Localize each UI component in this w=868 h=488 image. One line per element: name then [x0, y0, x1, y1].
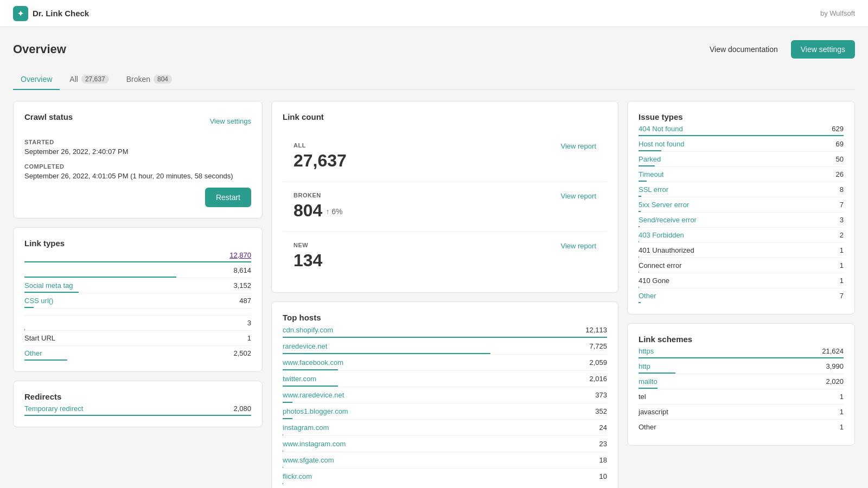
link-types-title: Link types [24, 239, 65, 248]
tab-broken[interactable]: Broken 804 [119, 69, 180, 90]
issue-name[interactable]: SSL error [639, 185, 668, 194]
scheme-count: 21,624 [822, 347, 844, 355]
link-type-row: 12,870 [24, 248, 251, 263]
host-count: 7,725 [589, 342, 607, 350]
scheme-row: tel 1 [639, 389, 844, 404]
issue-count: 7 [840, 292, 844, 300]
completed-label: COMPLETED [24, 163, 251, 170]
issue-name[interactable]: 404 Not found [639, 125, 683, 133]
link-count-title: Link count [283, 112, 607, 121]
view-settings-button[interactable]: View settings [791, 40, 855, 59]
issue-name[interactable]: Host not found [639, 140, 685, 148]
main-content: Overview View documentation View setting… [0, 27, 868, 488]
issue-name[interactable]: Parked [639, 155, 661, 163]
host-row: instagram.com 24 [283, 420, 607, 436]
issue-row: Timeout 26 [639, 167, 844, 182]
top-hosts-card: Top hosts cdn.shopify.com 12,113 raredev… [271, 301, 618, 488]
scheme-row: mailto 2,020 [639, 374, 844, 389]
tab-all-badge: 27,637 [81, 75, 109, 84]
new-view-report-link[interactable]: View report [560, 242, 596, 250]
issue-count: 1 [840, 246, 844, 254]
all-value: 27,637 [293, 151, 596, 171]
redirects-card: Redirects Temporary redirect 2,080 [13, 381, 263, 427]
scheme-name: tel [639, 393, 646, 401]
link-type-name[interactable]: CSS url() [24, 297, 53, 305]
scheme-name[interactable]: http [639, 362, 650, 370]
issue-count: 7 [840, 201, 844, 209]
host-name[interactable]: www.sfgate.com [283, 456, 334, 464]
scheme-row: javascript 1 [639, 404, 844, 420]
tabs: Overview All 27,637 Broken 804 [13, 69, 855, 90]
host-name[interactable]: photos1.blogger.com [283, 407, 348, 415]
all-view-report-link[interactable]: View report [560, 142, 596, 150]
host-count: 24 [599, 423, 607, 432]
host-name[interactable]: instagram.com [283, 423, 329, 432]
issue-name[interactable]: Other [639, 292, 656, 300]
issue-count: 8 [840, 185, 844, 194]
host-name[interactable]: twitter.com [283, 375, 316, 383]
scheme-count: 1 [840, 393, 844, 401]
issue-row: Host not found 69 [639, 137, 844, 152]
tab-overview[interactable]: Overview [13, 69, 60, 90]
link-type-name[interactable]: Other [24, 349, 42, 357]
link-types-list: 12,870 8,614 Social meta tag 3,152 CSS u… [24, 248, 251, 361]
scheme-count: 1 [840, 423, 844, 431]
tab-all[interactable]: All 27,637 [62, 69, 116, 90]
issue-name[interactable]: 5xx Server error [639, 201, 689, 209]
link-count-new-section: NEW View report 134 [283, 232, 607, 281]
scheme-row: Other 1 [639, 420, 844, 434]
broken-value: 804 [293, 201, 322, 221]
page-title-row: Overview View documentation View setting… [13, 40, 855, 59]
redirect-row: Temporary redirect 2,080 [24, 401, 251, 416]
crawl-view-settings-link[interactable]: View settings [210, 117, 251, 125]
host-row: www.sfgate.com 18 [283, 452, 607, 468]
link-type-count: 487 [239, 297, 251, 305]
host-name[interactable]: www.raredevice.net [283, 391, 344, 399]
issue-count: 1 [840, 277, 844, 285]
issue-name[interactable]: 403 Forbidden [639, 231, 684, 239]
issue-count: 1 [840, 261, 844, 269]
started-label: STARTED [24, 139, 251, 145]
link-type-count: 3 [247, 319, 251, 327]
broken-view-report-link[interactable]: View report [560, 192, 596, 200]
scheme-name[interactable]: https [639, 347, 654, 355]
issue-row: SSL error 8 [639, 182, 844, 197]
page-title: Overview [13, 42, 66, 56]
issue-name: Connect error [639, 261, 681, 269]
redirect-count: 2,080 [233, 404, 251, 413]
issue-row: Parked 50 [639, 152, 844, 167]
view-documentation-button[interactable]: View documentation [703, 41, 784, 58]
cards-grid: Crawl status View settings STARTED Septe… [13, 101, 855, 488]
left-column: Crawl status View settings STARTED Septe… [13, 101, 263, 427]
redirect-name[interactable]: Temporary redirect [24, 404, 83, 413]
host-name[interactable]: cdn.shopify.com [283, 326, 333, 334]
issue-row: 403 Forbidden 2 [639, 228, 844, 243]
issue-row: 410 Gone 1 [639, 273, 844, 288]
link-type-row: </span> <span data-name="link-type-count… [24, 309, 251, 316]
broken-row: 804 ↑ 6% [293, 201, 596, 222]
issue-count: 69 [836, 140, 844, 148]
scheme-count: 1 [840, 408, 844, 416]
logo-icon: ✦ [13, 6, 28, 21]
issue-count: 50 [836, 155, 844, 163]
scheme-count: 3,990 [826, 362, 844, 370]
issue-name[interactable]: Send/receive error [639, 216, 697, 224]
scheme-name: Other [639, 423, 656, 431]
link-type-name[interactable]: Social meta tag [24, 281, 73, 290]
host-name[interactable]: www.facebook.com [283, 358, 343, 367]
scheme-row: https 21,624 [639, 344, 844, 359]
host-count: 373 [595, 391, 607, 399]
host-name[interactable]: raredevice.net [283, 342, 327, 350]
started-value: September 26, 2022, 2:40:07 PM [24, 147, 251, 156]
redirects-list: Temporary redirect 2,080 [24, 401, 251, 416]
issue-name[interactable]: Timeout [639, 170, 663, 178]
tab-overview-label: Overview [21, 75, 52, 84]
restart-button[interactable]: Restart [205, 188, 251, 207]
host-name[interactable]: www.instagram.com [283, 440, 346, 448]
top-hosts-list: cdn.shopify.com 12,113 raredevice.net 7,… [283, 322, 607, 484]
host-name[interactable]: flickr.com [283, 472, 312, 480]
link-type-row: 8,614 [24, 263, 251, 278]
scheme-name[interactable]: mailto [639, 377, 658, 386]
broken-label: BROKEN [293, 192, 321, 198]
host-row: twitter.com 2,016 [283, 371, 607, 387]
